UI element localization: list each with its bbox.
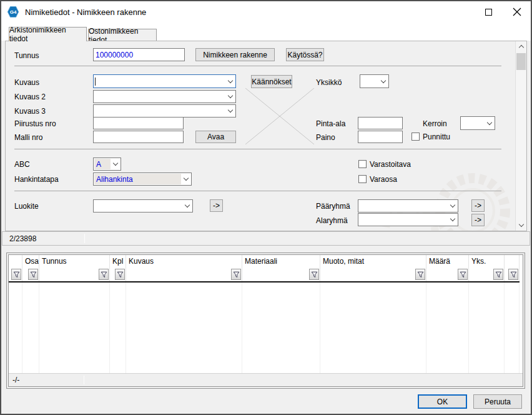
- alaryhma-combobox[interactable]: [358, 213, 458, 226]
- kuvaus-combobox[interactable]: [93, 74, 236, 88]
- maximize-icon: [485, 9, 492, 16]
- pinta-ala-input[interactable]: [358, 117, 403, 129]
- kuvaus2-value: [94, 91, 225, 102]
- chevron-down-icon[interactable]: [485, 117, 495, 129]
- filter-funnel-icon: [510, 271, 517, 278]
- vertical-scrollbar[interactable]: [515, 41, 526, 231]
- body-column-8: [469, 282, 505, 373]
- alaryhma-assign-button[interactable]: ->: [471, 214, 485, 226]
- varaosa-checkbox[interactable]: [358, 175, 367, 183]
- scrollbar-up-button[interactable]: [516, 41, 526, 52]
- piirustus-nro-input[interactable]: [93, 117, 184, 129]
- kerroin-value: [461, 117, 485, 129]
- luokite-value: [94, 200, 182, 212]
- cancel-button[interactable]: Peruuta: [473, 394, 522, 409]
- scrollbar-down-button[interactable]: [516, 220, 526, 231]
- column-header-1[interactable]: Osa: [22, 255, 39, 268]
- body-column-3: [110, 282, 126, 373]
- column-header-4[interactable]: Kuvaus: [126, 255, 242, 268]
- chevron-down-icon[interactable]: [225, 75, 235, 88]
- filter-cell-2: [39, 268, 110, 281]
- paaryhma-combobox[interactable]: [358, 199, 458, 212]
- ok-button[interactable]: OK: [418, 394, 467, 409]
- filter-funnel-button-1[interactable]: [28, 269, 38, 280]
- alaryhma-value: [358, 214, 448, 226]
- yksikko-combobox[interactable]: [360, 74, 389, 88]
- chevron-down-icon[interactable]: [225, 91, 235, 102]
- filter-funnel-button-8[interactable]: [493, 269, 503, 280]
- paaryhma-label: Pääryhmä: [316, 200, 350, 212]
- nimikkeen-rakenne-button[interactable]: Nimikkeen rakenne: [195, 48, 275, 61]
- punnittu-checkbox[interactable]: [411, 132, 420, 141]
- tab-arkistonimikkeen-tiedot[interactable]: Arkistonimikkeen tiedot: [9, 27, 87, 41]
- filter-funnel-button-3[interactable]: [115, 269, 125, 280]
- close-icon: [513, 8, 521, 16]
- body-column-9: [505, 282, 520, 373]
- parts-body-row: [9, 282, 523, 373]
- statusbar-divider: [84, 376, 84, 384]
- kuvaus3-value: [94, 105, 225, 117]
- chevron-down-icon[interactable]: [225, 105, 235, 117]
- chevron-down-icon[interactable]: [448, 214, 458, 226]
- filter-funnel-button-6[interactable]: [415, 269, 425, 280]
- column-header-5[interactable]: Materiaali: [242, 255, 320, 268]
- filter-funnel-button-0[interactable]: [11, 269, 21, 280]
- parts-filter-row: [9, 268, 523, 281]
- luokite-combobox[interactable]: [93, 199, 193, 212]
- kuvaus-value: [96, 75, 225, 88]
- filter-funnel-button-9[interactable]: [508, 269, 518, 280]
- filter-funnel-icon: [13, 271, 20, 278]
- chevron-down-icon[interactable]: [448, 200, 458, 212]
- abc-label: ABC: [14, 158, 30, 171]
- body-column-7: [426, 282, 469, 373]
- avaa-button[interactable]: Avaa: [195, 131, 236, 143]
- malli-nro-input[interactable]: [93, 131, 184, 143]
- paaryhma-assign-button[interactable]: ->: [471, 199, 485, 212]
- kaytossa-button[interactable]: Käytössä?: [286, 48, 324, 61]
- chevron-down-icon[interactable]: [182, 200, 192, 212]
- body-column-5: [242, 282, 320, 373]
- tab-ostonimikkeen-tiedot[interactable]: Ostonimikkeen tiedot: [88, 29, 157, 41]
- column-header-8[interactable]: Yks.: [469, 255, 505, 268]
- column-header-0[interactable]: [9, 255, 22, 268]
- chevron-down-icon[interactable]: [181, 173, 191, 185]
- window-title: Nimiketiedot - Nimikkeen rakenne: [25, 8, 146, 17]
- kerroin-combobox[interactable]: [460, 116, 495, 130]
- varastoitava-checkbox[interactable]: [358, 160, 367, 168]
- column-header-9[interactable]: [505, 255, 520, 268]
- kaannokset-button[interactable]: Käännökset: [251, 75, 292, 88]
- scrollbar-thumb[interactable]: [516, 53, 526, 70]
- title-bar: G4 Nimiketiedot - Nimikkeen rakenne: [1, 1, 531, 22]
- kuvaus-label: Kuvaus: [14, 76, 39, 89]
- maximize-button[interactable]: [475, 1, 503, 22]
- tunnus-input[interactable]: [93, 48, 185, 61]
- body-column-6: [320, 282, 426, 373]
- record-count: 2/23898: [2, 234, 36, 243]
- filter-funnel-icon: [233, 271, 240, 278]
- chevron-up-icon: [518, 45, 523, 50]
- statusbar-divider: [84, 234, 85, 243]
- paino-input[interactable]: [358, 131, 403, 143]
- column-header-7[interactable]: Määrä: [426, 255, 469, 268]
- column-header-3[interactable]: Kpl: [110, 255, 126, 268]
- chevron-down-icon[interactable]: [111, 158, 121, 170]
- filter-funnel-button-4[interactable]: [231, 269, 241, 280]
- filter-cell-5: [242, 268, 320, 281]
- kuvaus2-combobox[interactable]: [93, 90, 236, 103]
- hankintatapa-combobox[interactable]: Alihankinta: [93, 172, 192, 186]
- yksikko-label: Yksikkö: [316, 76, 342, 89]
- tab-page-arkistonimike: Tunnus Nimikkeen rakenne Käytössä? Kuvau…: [5, 41, 527, 231]
- chevron-down-icon[interactable]: [378, 75, 388, 88]
- body-column-1: [22, 282, 39, 373]
- luokite-assign-button[interactable]: ->: [210, 199, 223, 212]
- filter-cell-0: [9, 268, 22, 281]
- column-header-2[interactable]: Tunnus: [39, 255, 110, 268]
- filter-funnel-button-2[interactable]: [99, 269, 109, 280]
- kuvaus3-combobox[interactable]: [93, 104, 236, 118]
- abc-combobox[interactable]: A: [93, 158, 121, 171]
- filter-funnel-button-7[interactable]: [458, 269, 468, 280]
- close-button[interactable]: [503, 1, 531, 22]
- filter-funnel-icon: [101, 271, 107, 278]
- column-header-6[interactable]: Muoto, mitat: [320, 255, 426, 268]
- filter-funnel-button-5[interactable]: [309, 269, 319, 280]
